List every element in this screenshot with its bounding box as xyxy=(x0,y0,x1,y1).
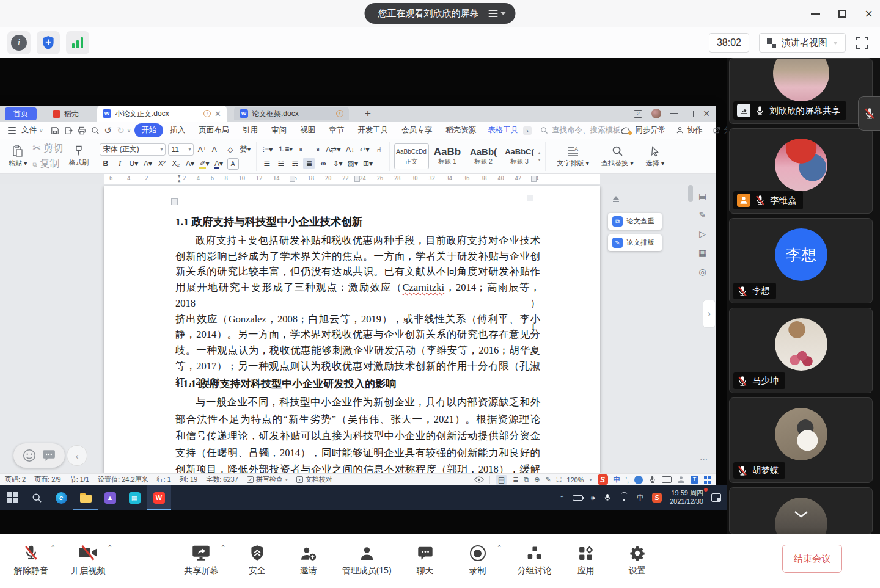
network-quality-button[interactable] xyxy=(66,31,89,54)
ime-mic-icon[interactable] xyxy=(648,476,656,484)
underline-button[interactable]: U▾ xyxy=(128,158,139,170)
participant-tile[interactable]: 李想 李想 xyxy=(729,218,873,303)
sync-status[interactable]: 同步异常 xyxy=(621,125,666,136)
table-column-marker[interactable] xyxy=(354,176,360,182)
share-screen-button[interactable]: 共享屏幕 xyxy=(183,543,219,576)
paste-button[interactable]: 粘贴 ▾ xyxy=(7,145,29,168)
style-heading1[interactable]: AaBb 标题 1 xyxy=(430,143,465,169)
fields-icon[interactable]: ▦ xyxy=(698,248,706,258)
highlight-button[interactable]: ✐▾ xyxy=(198,158,210,170)
play-icon[interactable]: ▷ xyxy=(699,229,706,239)
borders-button[interactable]: ⊞▾ xyxy=(362,158,374,169)
taskbar-clock[interactable]: 19:59 周四 2021/12/30 xyxy=(670,489,703,506)
taskbar-wps-writer[interactable]: W xyxy=(147,485,171,510)
tab-close-icon[interactable]: ✕ xyxy=(215,109,221,118)
taskbar-search-button[interactable] xyxy=(24,485,49,510)
align-right-button[interactable]: ☴ xyxy=(289,158,301,169)
share-options-chevron[interactable]: ⌃ xyxy=(220,544,226,552)
menu-file[interactable]: 文件 xyxy=(19,123,39,137)
invite-button[interactable]: 邀请 xyxy=(291,543,326,576)
text-layout-button[interactable]: A 文字排版 ▾ xyxy=(556,145,592,168)
video-options-chevron[interactable]: ⌃ xyxy=(107,544,112,552)
tray-sogou-icon[interactable]: S xyxy=(652,493,662,503)
select-button[interactable]: 选择 ▾ xyxy=(644,145,667,168)
table-handle[interactable] xyxy=(527,195,534,201)
wps-tab-home[interactable]: 首页 xyxy=(5,107,37,120)
ime-punct-icon[interactable]: ’, xyxy=(626,476,629,484)
panel-expand-handle[interactable]: › xyxy=(703,300,716,328)
volume-icon[interactable]: 🕪 xyxy=(591,494,595,502)
window-close-button[interactable]: × xyxy=(865,7,873,21)
wps-doc-tab-active[interactable]: W 小论文正文.docx ! ✕ xyxy=(97,106,227,122)
redo-button[interactable]: ↻ xyxy=(114,125,127,136)
fullscreen-button[interactable] xyxy=(856,36,869,49)
format-painter-button[interactable]: 格式刷 xyxy=(67,145,90,167)
shading-button[interactable]: ▨▾ xyxy=(346,158,359,169)
indent-marker[interactable]: ▼▲ xyxy=(178,175,180,183)
emoji-reaction-button[interactable] xyxy=(23,449,36,462)
menu-view[interactable]: 视图 xyxy=(293,123,322,137)
view-web-icon[interactable]: ⊕ xyxy=(534,476,540,484)
distribute-button[interactable]: ⇹ xyxy=(317,158,329,169)
zoom-level[interactable]: 120% xyxy=(566,476,584,484)
wps-minimize-button[interactable] xyxy=(670,113,678,114)
char-shading-button[interactable]: A xyxy=(227,158,239,170)
para-mark-button[interactable]: ⑁ xyxy=(373,143,385,155)
tray-expand-chevron[interactable]: ⌃ xyxy=(560,495,565,501)
decrease-font-button[interactable]: A⁻ xyxy=(210,143,222,155)
increase-indent-button[interactable]: ⇥ xyxy=(310,143,322,155)
menu-references[interactable]: 引用 xyxy=(236,123,265,137)
increase-font-button[interactable]: A⁺ xyxy=(196,143,208,155)
menu-daoke-resources[interactable]: 稻壳资源 xyxy=(439,123,483,137)
align-left-button[interactable]: ☰ xyxy=(261,158,273,169)
vertical-scrollbar-thumb[interactable] xyxy=(688,185,693,202)
start-video-button[interactable]: 开启视频 xyxy=(70,543,106,576)
participant-tile[interactable]: 马少坤 xyxy=(729,308,873,393)
comment-icon[interactable]: ◎ xyxy=(699,267,706,277)
font-name-select[interactable]: 宋体 (正文)▾ xyxy=(100,143,166,156)
sogou-ime-icon[interactable]: S xyxy=(598,474,608,485)
participant-tile[interactable]: 李维嘉 xyxy=(729,128,873,214)
chat-bubble-button[interactable] xyxy=(42,449,56,462)
menu-page-layout[interactable]: 页面布局 xyxy=(192,123,236,137)
properties-icon[interactable]: ▤ xyxy=(698,191,706,201)
paper-format-button[interactable]: ✎ 论文排版 xyxy=(608,234,662,251)
align-center-button[interactable]: ☱ xyxy=(275,158,287,169)
subscript-button[interactable]: X₂ xyxy=(170,158,182,170)
bold-button[interactable]: B xyxy=(100,158,111,170)
zoom-dropdown-icon[interactable]: ▾ xyxy=(589,477,592,482)
spellcheck-toggle[interactable]: ✓ 拼写检查▾ xyxy=(247,475,288,484)
menu-home[interactable]: 开始 xyxy=(134,123,163,137)
phonetic-guide-button[interactable]: 嫈▾ xyxy=(238,143,252,155)
tools-collapse-button[interactable] xyxy=(611,196,621,202)
superscript-button[interactable]: X² xyxy=(156,158,167,170)
find-replace-button[interactable]: 查找替换 ▾ xyxy=(600,145,636,168)
cut-button[interactable]: ✂ 剪切 xyxy=(33,142,64,155)
proofing-button[interactable]: x 文档校对 xyxy=(296,475,332,484)
ime-skin-icon[interactable]: T xyxy=(691,476,698,484)
ime-cn-icon[interactable]: 中 xyxy=(614,475,620,484)
start-button[interactable] xyxy=(0,485,24,510)
battery-icon[interactable] xyxy=(573,495,583,501)
text-effects-button[interactable]: A▾ xyxy=(184,158,196,170)
numbered-list-button[interactable]: ⒈≡▾ xyxy=(276,143,294,155)
record-options-chevron[interactable]: ⌃ xyxy=(497,544,502,552)
window-minimize-button[interactable] xyxy=(811,13,820,15)
paper-check-button[interactable]: ⧉ 论文查重 xyxy=(608,213,662,230)
fit-page-icon[interactable]: ⛶ xyxy=(557,476,562,484)
copy-button[interactable]: ⧉ 复制 xyxy=(33,158,64,170)
sort-button[interactable]: A↓ xyxy=(344,143,356,155)
taskbar-meeting-app[interactable]: ▦ xyxy=(122,485,147,510)
undo-button[interactable]: ↺ xyxy=(102,125,115,136)
action-center-icon[interactable] xyxy=(711,493,721,502)
tray-ime-icon[interactable]: 中 xyxy=(637,493,644,503)
more-tools-icon[interactable]: ⋯ xyxy=(700,455,708,464)
print-button[interactable] xyxy=(75,126,89,135)
menu-table-tools[interactable]: 表格工具 xyxy=(483,123,523,137)
table-column-marker[interactable] xyxy=(290,176,295,182)
annotate-icon[interactable]: ✎ xyxy=(699,210,706,220)
record-button[interactable]: 录制 xyxy=(460,543,496,576)
meeting-security-button[interactable] xyxy=(37,31,60,54)
wps-tab-daoke[interactable]: 稻壳 xyxy=(44,107,87,120)
wps-close-button[interactable]: ✕ xyxy=(703,109,710,118)
